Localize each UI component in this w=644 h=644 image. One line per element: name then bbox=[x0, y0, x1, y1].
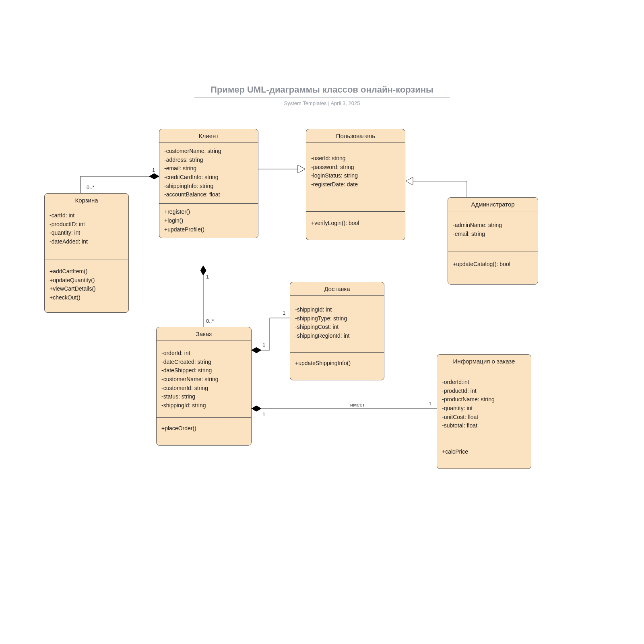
op: +register() bbox=[164, 208, 253, 217]
mult-cust-cart-1: 1 bbox=[152, 167, 155, 173]
class-shipping-title: Доставка bbox=[290, 282, 384, 296]
class-order-attrs: -orderId: int -dateCreated: string -date… bbox=[157, 341, 251, 418]
attr: -subtotal: float bbox=[442, 421, 526, 430]
attr: -shippingId: string bbox=[161, 401, 246, 410]
class-orderinfo[interactable]: Информация о заказе -orderId:int -produc… bbox=[437, 354, 531, 469]
subtitle-date: April 3, 2025 bbox=[330, 100, 360, 106]
svg-marker-7 bbox=[200, 266, 206, 275]
class-customer-attrs: -customerName: string -address: string -… bbox=[159, 143, 258, 204]
attr: -quantity: int bbox=[50, 229, 124, 237]
class-orderinfo-ops: +calcPrice bbox=[437, 441, 531, 469]
class-admin[interactable]: Администратор -adminName: string -email:… bbox=[448, 197, 538, 285]
op: +placeOrder() bbox=[161, 424, 246, 433]
mult-order-info-b: 1 bbox=[429, 400, 431, 407]
rel-has-label: имеет bbox=[350, 402, 365, 408]
mult-cust-order-many: 0..* bbox=[206, 318, 214, 324]
diagram-title: Пример UML-диаграммы классов онлайн-корз… bbox=[194, 85, 450, 98]
mult-order-ship-b: 1 bbox=[283, 310, 285, 316]
attr: -userId: string bbox=[311, 154, 400, 163]
attr: -email: string bbox=[164, 164, 253, 173]
op: +updateCatalog(): bool bbox=[453, 260, 533, 269]
attr: -cartId: int bbox=[50, 211, 124, 220]
svg-marker-8 bbox=[252, 347, 261, 353]
op: +updateProfile() bbox=[164, 225, 253, 234]
svg-marker-2 bbox=[298, 165, 305, 173]
op: +updateQuantity() bbox=[50, 276, 124, 285]
svg-marker-5 bbox=[149, 173, 159, 179]
attr: -registerDate: date bbox=[311, 180, 400, 189]
class-user-title: Пользователь bbox=[306, 129, 405, 143]
class-admin-title: Администратор bbox=[448, 198, 538, 211]
mult-order-info-a: 1 bbox=[262, 411, 265, 417]
op: +login() bbox=[164, 217, 253, 225]
attr: -creditCardInfo: string bbox=[164, 173, 253, 182]
attr: -productId: int bbox=[442, 387, 526, 396]
class-admin-ops: +updateCatalog(): bool bbox=[448, 252, 538, 284]
attr: -shippingType: string bbox=[295, 314, 379, 323]
attr: -accountBalance: float bbox=[164, 190, 253, 199]
attr: -status: string bbox=[161, 392, 246, 401]
class-admin-attrs: -adminName: string -email: string bbox=[448, 211, 538, 252]
attr: -unitCost: float bbox=[442, 413, 526, 422]
op: +checkOut() bbox=[50, 293, 124, 302]
attr: -dateAdded: int bbox=[50, 237, 124, 246]
class-cart[interactable]: Корзина -cartId: int -productID: int -qu… bbox=[44, 193, 129, 313]
attr: -email: string bbox=[453, 230, 533, 239]
class-order[interactable]: Заказ -orderId: int -dateCreated: string… bbox=[156, 327, 252, 446]
class-orderinfo-attrs: -orderId:int -productId: int -productNam… bbox=[437, 368, 531, 441]
class-order-title: Заказ bbox=[157, 327, 251, 341]
class-shipping-ops: +updateShippingInfo() bbox=[290, 353, 384, 380]
attr: -quantity: int bbox=[442, 404, 526, 413]
class-customer[interactable]: Клиент -customerName: string -address: s… bbox=[159, 129, 258, 238]
class-cart-title: Корзина bbox=[45, 194, 128, 207]
attr: -customerId: string bbox=[161, 384, 246, 393]
class-customer-ops: +register() +login() +updateProfile() bbox=[159, 204, 258, 238]
subtitle-author: System Templates bbox=[284, 100, 327, 106]
attr: -password: string bbox=[311, 163, 400, 172]
svg-marker-3 bbox=[298, 165, 305, 173]
attr: -customerName: string bbox=[164, 147, 253, 156]
attr: -shippingInfo: string bbox=[164, 182, 253, 191]
class-orderinfo-title: Информация о заказе bbox=[437, 355, 531, 368]
class-user-attrs: -userId: string -password: string -login… bbox=[306, 143, 405, 212]
mult-cust-order-1: 1 bbox=[206, 274, 209, 280]
class-order-ops: +placeOrder() bbox=[157, 418, 251, 445]
class-shipping[interactable]: Доставка -shippingId: int -shippingType:… bbox=[290, 282, 384, 380]
attr: -orderId:int bbox=[442, 378, 526, 387]
class-customer-title: Клиент bbox=[159, 129, 258, 143]
diagram-subtitle: System Templates | April 3, 2025 bbox=[0, 100, 644, 106]
attr: -shippingId: int bbox=[295, 305, 379, 314]
attr: -address: string bbox=[164, 156, 253, 165]
attr: -shippingCost: int bbox=[295, 323, 379, 332]
attr: -dateCreated: string bbox=[161, 358, 246, 367]
op: +viewCartDetails() bbox=[50, 285, 124, 293]
attr: -loginStatus: string bbox=[311, 171, 400, 180]
attr: -customerName: string bbox=[161, 375, 246, 384]
mult-cust-cart-many: 0..* bbox=[87, 184, 95, 190]
svg-marker-4 bbox=[406, 177, 413, 185]
attr: -adminName: string bbox=[453, 221, 533, 230]
svg-marker-10 bbox=[252, 406, 261, 411]
attr: -shippingRegionId: int bbox=[295, 332, 379, 341]
class-shipping-attrs: -shippingId: int -shippingType: string -… bbox=[290, 296, 384, 353]
class-user-ops: +verifyLogin(): bool bbox=[306, 212, 405, 240]
attr: -orderId: int bbox=[161, 349, 246, 358]
class-cart-attrs: -cartId: int -productID: int -quantity: … bbox=[45, 207, 128, 260]
attr: -productName: string bbox=[442, 395, 526, 404]
mult-order-ship-a: 1 bbox=[262, 342, 265, 348]
op: +calcPrice bbox=[442, 448, 526, 456]
diagram-header: Пример UML-диаграммы классов онлайн-корз… bbox=[0, 85, 644, 106]
class-cart-ops: +addCartItem() +updateQuantity() +viewCa… bbox=[45, 260, 128, 312]
attr: -productID: int bbox=[50, 220, 124, 229]
attr: -dateShipped: string bbox=[161, 366, 246, 375]
op: +addCartItem() bbox=[50, 267, 124, 276]
op: +updateShippingInfo() bbox=[295, 359, 379, 368]
op: +verifyLogin(): bool bbox=[311, 219, 400, 228]
class-user[interactable]: Пользователь -userId: string -password: … bbox=[306, 129, 405, 240]
